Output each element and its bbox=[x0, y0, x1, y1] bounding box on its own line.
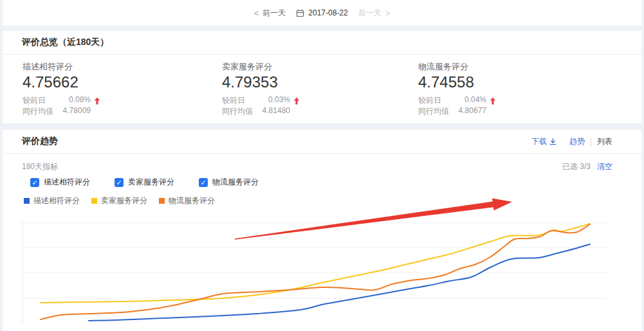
chart-legend: 描述相符评分 卖家服务评分 物流服务评分 bbox=[22, 195, 612, 206]
metric-peer-row: 同行均值4.78009 bbox=[23, 106, 222, 117]
checkbox-checked-icon: ✓ bbox=[199, 178, 208, 187]
checkbox-checked-icon: ✓ bbox=[115, 178, 124, 187]
metric-value: 4.79353 bbox=[222, 74, 418, 91]
checkbox-item-logistics[interactable]: ✓ 物流服务评分 bbox=[199, 177, 259, 188]
peer-label: 同行均值 bbox=[23, 106, 53, 117]
trend-actions: 下载 趋势 | 列表 bbox=[531, 136, 612, 147]
peer-value: 4.81480 bbox=[262, 106, 290, 117]
change-value: 0.08% bbox=[69, 95, 91, 106]
current-date: 2017-08-22 bbox=[308, 8, 347, 17]
download-label: 下载 bbox=[531, 136, 547, 147]
trend-up-icon bbox=[490, 97, 496, 105]
metric-card-description: 描述相符评分 4.75662 较前日0.08% 同行均值4.78009 bbox=[23, 61, 222, 117]
trend-up-icon bbox=[94, 97, 100, 105]
peer-value: 4.78009 bbox=[63, 106, 91, 117]
chevron-right-icon: > bbox=[385, 8, 391, 18]
overview-title: 评价总览（近180天） bbox=[22, 37, 109, 48]
change-value: 0.04% bbox=[465, 95, 486, 106]
view-toggle-list[interactable]: 列表 bbox=[597, 136, 612, 147]
checkbox-label: 卖家服务评分 bbox=[128, 177, 174, 188]
legend-item-description: 描述相符评分 bbox=[24, 195, 80, 206]
legend-item-logistics: 物流服务评分 bbox=[159, 195, 215, 206]
metric-value: 4.75662 bbox=[23, 74, 222, 91]
calendar-icon bbox=[296, 9, 304, 17]
clear-button[interactable]: 清空 bbox=[597, 161, 612, 172]
date-navigation: < 前一天 2017-08-22 后一天 > bbox=[3, 0, 641, 26]
checkbox-item-seller-service[interactable]: ✓ 卖家服务评分 bbox=[115, 177, 174, 188]
legend-label: 物流服务评分 bbox=[169, 195, 215, 206]
peer-label: 同行均值 bbox=[418, 106, 449, 117]
trend-title: 评价趋势 bbox=[22, 136, 58, 147]
download-button[interactable]: 下载 bbox=[531, 136, 557, 147]
overview-card: 评价总览（近180天） 描述相符评分 4.75662 较前日0.08% 同行均值… bbox=[3, 31, 641, 123]
prev-day-button[interactable]: < 前一天 bbox=[254, 8, 286, 19]
peer-value: 4.80677 bbox=[459, 106, 486, 117]
change-value: 0.03% bbox=[268, 95, 290, 106]
period-label: 180天指标 bbox=[22, 161, 58, 172]
view-divider: | bbox=[590, 137, 592, 146]
metric-peer-row: 同行均值4.80677 bbox=[418, 106, 622, 117]
prev-day-label: 前一天 bbox=[262, 8, 286, 19]
metric-card-seller-service: 卖家服务评分 4.79353 较前日0.03% 同行均值4.81480 bbox=[222, 61, 418, 117]
metric-change-row: 较前日0.04% bbox=[418, 95, 622, 106]
page: < 前一天 2017-08-22 后一天 > 评价总览（近180天） 描述相符评… bbox=[3, 0, 641, 331]
change-label: 较前日 bbox=[222, 95, 245, 106]
metric-change-row: 较前日0.08% bbox=[23, 95, 222, 106]
overview-header: 评价总览（近180天） bbox=[3, 31, 641, 55]
metric-peer-row: 同行均值4.81480 bbox=[222, 106, 418, 117]
checkbox-label: 描述相符评分 bbox=[44, 177, 90, 188]
metric-card-logistics: 物流服务评分 4.74558 较前日0.04% 同行均值4.80677 bbox=[418, 61, 622, 117]
selected-count: 已选 3/3 bbox=[562, 161, 591, 172]
next-day-button[interactable]: 后一天 > bbox=[358, 8, 391, 19]
legend-item-seller-service: 卖家服务评分 bbox=[91, 195, 147, 206]
checkbox-item-description[interactable]: ✓ 描述相符评分 bbox=[30, 177, 90, 188]
trend-filters: 180天指标 已选 3/3 清空 ✓ 描述相符评分 ✓ 卖家服务评分 ✓ 物流服… bbox=[3, 154, 641, 206]
legend-swatch bbox=[91, 198, 97, 204]
change-label: 较前日 bbox=[418, 95, 441, 106]
legend-label: 描述相符评分 bbox=[33, 195, 80, 206]
chevron-left-icon: < bbox=[254, 8, 259, 18]
trend-line-chart[interactable] bbox=[3, 215, 641, 331]
metrics-row: 描述相符评分 4.75662 较前日0.08% 同行均值4.78009 卖家服务… bbox=[3, 55, 641, 123]
peer-label: 同行均值 bbox=[222, 106, 253, 117]
metric-label: 物流服务评分 bbox=[418, 61, 622, 73]
metric-label: 卖家服务评分 bbox=[222, 61, 418, 73]
legend-swatch bbox=[159, 198, 165, 204]
trend-chart-canvas bbox=[3, 215, 641, 331]
legend-swatch bbox=[24, 198, 30, 204]
view-toggle: 趋势 | 列表 bbox=[569, 136, 612, 147]
next-day-label: 后一天 bbox=[358, 8, 382, 19]
filter-meta-row: 180天指标 已选 3/3 清空 bbox=[22, 161, 612, 172]
checkbox-label: 物流服务评分 bbox=[212, 177, 259, 188]
legend-label: 卖家服务评分 bbox=[101, 195, 147, 206]
checkbox-checked-icon: ✓ bbox=[30, 178, 39, 187]
change-label: 较前日 bbox=[23, 95, 46, 106]
download-icon bbox=[549, 138, 557, 145]
metric-label: 描述相符评分 bbox=[23, 61, 222, 73]
trend-up-icon bbox=[293, 97, 300, 105]
view-toggle-trend[interactable]: 趋势 bbox=[569, 136, 585, 147]
trend-header: 评价趋势 下载 趋势 | 列表 bbox=[3, 130, 641, 154]
date-display[interactable]: 2017-08-22 bbox=[296, 8, 347, 17]
checkbox-row: ✓ 描述相符评分 ✓ 卖家服务评分 ✓ 物流服务评分 bbox=[22, 177, 612, 188]
metric-change-row: 较前日0.03% bbox=[222, 95, 418, 106]
metric-value: 4.74558 bbox=[418, 74, 622, 91]
trend-card: 评价趋势 下载 趋势 | 列表 180天指标 已选 3/3 bbox=[3, 130, 641, 331]
